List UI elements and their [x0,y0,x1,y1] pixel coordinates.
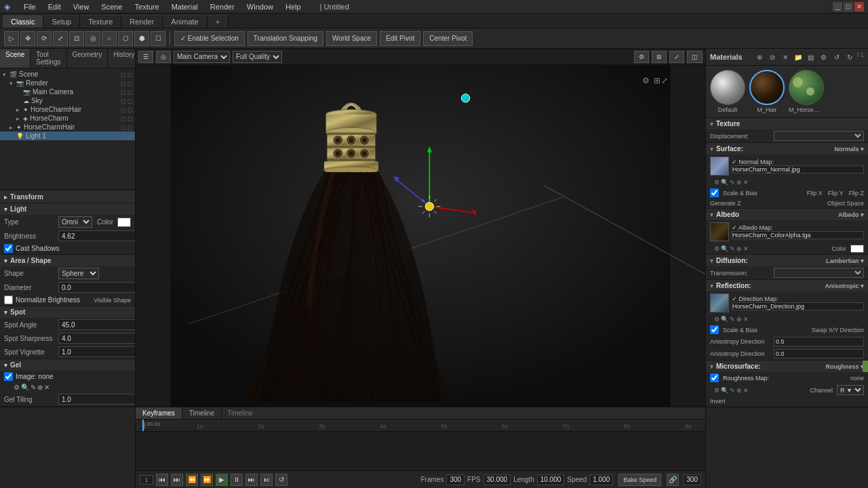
gel-tiling-input[interactable] [58,394,135,405]
gel-icon-5[interactable]: ✕ [44,384,50,391]
transform-header[interactable]: ▸ Transform [0,191,135,203]
menu-item-material[interactable]: Material [166,1,203,12]
minimize-button[interactable]: _ [833,2,842,12]
rough-icon-add[interactable]: ⊕ [736,387,742,394]
tl-tab-timeline[interactable]: Timeline [182,407,222,419]
tool-btn-8[interactable]: ⬡ [118,31,133,46]
shape-select[interactable]: Sphere [58,268,99,279]
tree-item-main-camera[interactable]: 📷 Main Camera ◻ ◻ [0,87,135,96]
vp-add-icon[interactable]: ⊞ [652,51,667,63]
menu-item-file[interactable]: File [18,1,41,12]
mat-close-icon[interactable]: ✕ [780,52,791,62]
normal-icon-search[interactable]: 🔍 [721,179,728,186]
workspace-tab-classic[interactable]: Classic [3,15,43,28]
normal-icon-remove[interactable]: ✕ [743,179,749,186]
mat-albedo-header[interactable]: ▾ Albedo Albedo ▾ [706,209,868,220]
diameter-input[interactable] [58,282,135,293]
light-color-box[interactable] [117,218,131,227]
transmission-select[interactable] [774,268,864,278]
mat-preview-hair[interactable]: M_Hair [749,70,785,113]
tree-item-light1[interactable]: 💡 Light 1 ◻ ◻ [0,131,135,140]
scene-tab-history[interactable]: History [108,49,136,68]
tool-btn-7[interactable]: ○ [102,31,117,46]
dir-icon-remove[interactable]: ✕ [743,316,749,323]
transport-step-forward[interactable]: ⏩ [201,474,213,486]
dir-icon-add[interactable]: ⊕ [736,316,742,323]
tool-btn-2[interactable]: ✥ [20,31,35,46]
vp-layout-icon[interactable]: ◫ [687,51,703,63]
tool-btn-6[interactable]: ◎ [85,31,100,46]
workspace-tab-render[interactable]: Render [121,15,163,28]
mat-remove-icon[interactable]: ⊘ [767,52,778,62]
menu-item-texture[interactable]: Texture [130,1,165,12]
mat-microsurface-header[interactable]: ▾ Microsurface: Roughness ▾ [706,361,868,372]
gel-icon-3[interactable]: ✎ [31,384,36,391]
tree-item-render[interactable]: ▾ 📷 Render ◻ ◻ [0,79,135,87]
bake-speed-button[interactable]: Bake Speed [618,474,661,486]
transport-prev-key[interactable]: ⏭ [171,474,183,486]
tree-item-horse-charm[interactable]: ▸ ◈ HorseCharm ◻ ◻ [0,114,135,123]
mat-preview-horsecharm[interactable]: M_HorseCharm [789,70,824,113]
gel-header[interactable]: ▾ Gel [0,359,135,371]
workspace-tab-animate[interactable]: Animate [163,15,207,28]
light-type-select[interactable]: Omni [58,216,92,228]
menu-item-help[interactable]: Help [280,1,307,12]
normal-icon-add[interactable]: ⊕ [736,179,742,186]
tree-item-scene[interactable]: ▾ 🎬 Scene ◻ ◻ [0,70,135,79]
edit-pivot-button[interactable]: Edit Pivot [380,31,420,46]
light-header[interactable]: ▾ Light [0,203,135,215]
tool-btn-5[interactable]: ⊡ [69,31,84,46]
scene-tab-geometry[interactable]: Geometry [67,49,108,68]
mat-reflection-header[interactable]: ▾ Reflection: Anisotropic ▾ [706,280,868,291]
normal-icon-edit[interactable]: ✎ [730,179,735,186]
scene-tab-scene[interactable]: Scene [0,49,31,68]
menu-item-render[interactable]: Render [205,1,240,12]
displacement-select[interactable] [774,131,864,141]
albedo-icon-add[interactable]: ⊕ [736,245,742,252]
albedo-icon-remove[interactable]: ✕ [743,245,749,252]
scale-bias-checkbox[interactable] [710,188,719,197]
quality-select[interactable]: Full Quality [233,51,282,63]
dir-icon-settings[interactable]: ⚙ [714,316,719,323]
close-button[interactable]: ✕ [854,2,864,12]
world-space-button[interactable]: World Space [326,31,377,46]
viewport[interactable]: ☰ ◎ Main Camera Full Quality ⚙ ⊞ ⤢ ◫ [136,49,705,408]
tool-btn-9[interactable]: ⬢ [134,31,149,46]
albedo-icon-settings[interactable]: ⚙ [714,245,719,252]
camera-select[interactable]: Main Camera [174,51,230,63]
rough-icon-remove[interactable]: ✕ [743,387,749,394]
workspace-tab-add[interactable]: + [208,15,229,28]
tool-btn-4[interactable]: ⤢ [53,31,68,46]
titlebar-controls[interactable]: _ □ ✕ [833,2,864,12]
workspace-tab-texture[interactable]: Texture [80,15,121,28]
channel-select[interactable]: R ▼ [837,385,864,395]
center-pivot-button[interactable]: Center Pivot [423,31,473,46]
cast-shadows-checkbox[interactable] [4,244,13,253]
normalize-checkbox[interactable] [4,296,13,304]
timeline-link-icon[interactable]: 🔗 [667,474,679,486]
transport-step-back[interactable]: ⏪ [186,474,198,486]
gel-icon-4[interactable]: ⊕ [37,384,43,391]
translation-snapping-button[interactable]: Translation Snapping [248,31,323,46]
dir-icon-edit[interactable]: ✎ [730,316,735,323]
mat-folder-icon[interactable]: 📁 [793,52,804,62]
area-shape-header[interactable]: ▾ Area / Shape [0,255,135,266]
tool-btn-10[interactable]: ☐ [151,31,165,46]
tl-tab-keyframes[interactable]: Keyframes [136,407,182,419]
albedo-color-box[interactable] [850,245,864,253]
transport-to-start[interactable]: ⏮ [156,474,168,486]
menu-item-view[interactable]: View [68,1,95,12]
menu-item-window[interactable]: Window [241,1,279,12]
transport-play[interactable]: ▶ [216,474,228,486]
scale-bias-checkbox2[interactable] [710,325,719,334]
viewport-menu-btn[interactable]: ☰ [138,51,153,63]
spot-angle-input[interactable] [58,319,135,330]
tree-item-horse-charm-hair-2[interactable]: ▸ ✦ HorseCharmHair ◻ ◻ [0,123,135,131]
tool-btn-3[interactable]: ⟳ [37,31,52,46]
roughness-map-checkbox[interactable] [710,373,719,382]
viewport-canvas[interactable]: ⚙ ⊞ ⤢ [136,65,705,408]
anisotropy-dir-input2[interactable] [774,349,864,359]
normal-icon-settings[interactable]: ⚙ [714,179,719,186]
rough-icon-search[interactable]: 🔍 [721,387,728,394]
tool-btn-1[interactable]: ▷ [4,31,19,46]
